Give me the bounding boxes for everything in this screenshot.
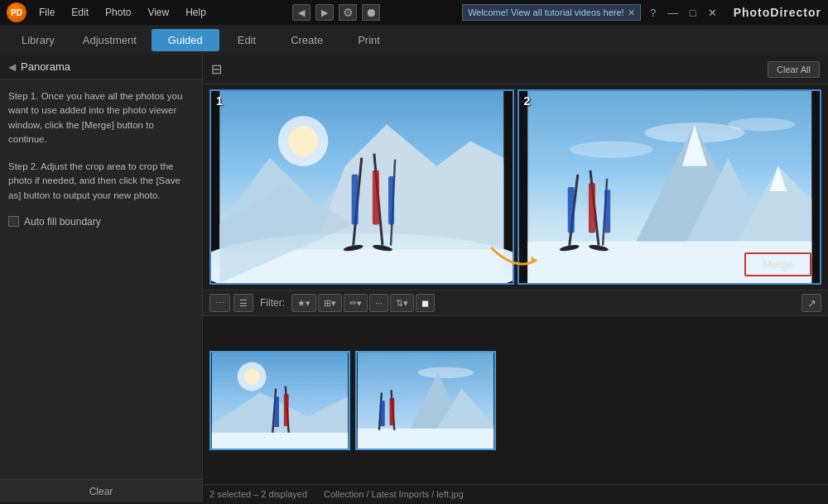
- tab-library[interactable]: Library: [8, 29, 68, 51]
- menu-file[interactable]: File: [35, 5, 59, 20]
- help-button[interactable]: ?: [646, 5, 661, 20]
- right-panel: ⊟ Clear All 1: [203, 55, 828, 502]
- list-icon: ☰: [239, 298, 248, 309]
- tab-adjustment[interactable]: Adjustment: [70, 29, 150, 51]
- filmstrip[interactable]: ✏: [203, 316, 828, 484]
- close-button[interactable]: ✕: [705, 5, 720, 20]
- menu-edit[interactable]: Edit: [67, 5, 93, 20]
- menu-help[interactable]: Help: [181, 5, 210, 20]
- file-path-text: Collection / Latest Imports / left.jpg: [324, 489, 464, 499]
- step2-text: Step 2. Adjust the crop area to crop the…: [8, 160, 194, 203]
- more-filter-icon: ···: [375, 298, 383, 308]
- tab-edit[interactable]: Edit: [221, 29, 272, 51]
- main-layout: ◀ Panorama Step 1. Once you have all the…: [0, 55, 828, 502]
- menu-photo[interactable]: Photo: [101, 5, 135, 20]
- filmstrip-thumb-1[interactable]: ✏: [209, 351, 350, 450]
- photo-slot-1: 1: [209, 89, 514, 285]
- svg-rect-12: [352, 175, 359, 225]
- auto-fill-checkbox[interactable]: [8, 216, 19, 227]
- svg-rect-43: [284, 394, 289, 426]
- svg-rect-39: [212, 432, 348, 448]
- export-button[interactable]: ↗: [802, 294, 821, 312]
- svg-point-18: [728, 118, 795, 131]
- filter-edit-button[interactable]: ✏▾: [344, 294, 368, 312]
- auto-fill-label: Auto fill boundary: [24, 216, 101, 228]
- sort-button[interactable]: ⇅▾: [390, 294, 414, 312]
- photo-number-2: 2: [524, 94, 531, 108]
- color-button[interactable]: ◼: [416, 294, 435, 312]
- svg-rect-42: [274, 396, 279, 427]
- bottom-toolbar: ⋯ ☰ Filter: ★▾ ⊞▾ ✏▾ ··· ⇅▾: [203, 290, 828, 316]
- filter-grid-button[interactable]: ⊞▾: [318, 294, 342, 312]
- app-title: PhotoDirector: [734, 6, 821, 19]
- photo-number-1: 1: [216, 94, 223, 108]
- pencil-icon-1: ✏: [214, 356, 223, 367]
- edit-filter-icon: ✏▾: [349, 298, 362, 309]
- star-filter-icon: ★▾: [297, 298, 310, 309]
- titlebar-center: ◀ ▶ ⚙ ⏺: [292, 4, 380, 21]
- notification-text: Welcome! View all tutorial videos here!: [468, 7, 624, 17]
- svg-rect-33: [604, 190, 610, 233]
- photo-viewer: 1: [203, 84, 828, 290]
- clear-button[interactable]: Clear: [0, 479, 202, 502]
- titlebar-right: Welcome! View all tutorial videos here! …: [462, 4, 821, 21]
- redo-button[interactable]: ▶: [315, 4, 334, 21]
- filmstrip-thumb-2[interactable]: ✏: [355, 351, 496, 450]
- back-arrow-icon[interactable]: ◀: [8, 61, 16, 73]
- minimize-button[interactable]: —: [666, 5, 681, 20]
- left-panel-header: ◀ Panorama: [0, 55, 202, 79]
- settings-button[interactable]: ⚙: [339, 4, 357, 21]
- clear-all-button[interactable]: Clear All: [768, 61, 820, 78]
- svg-rect-31: [567, 187, 574, 233]
- titlebar-left: PD File Edit Photo View Help: [7, 2, 210, 22]
- merge-arrow-container: [483, 243, 549, 276]
- export-icon: ↗: [807, 297, 816, 310]
- notification-close-icon[interactable]: ✕: [628, 7, 635, 18]
- svg-rect-32: [588, 183, 595, 233]
- svg-rect-51: [380, 401, 385, 426]
- menu-view[interactable]: View: [143, 5, 173, 20]
- svg-point-2: [288, 126, 318, 156]
- dots-icon: ⋯: [215, 298, 224, 309]
- nav-bar: Library Adjustment Guided Edit Create Pr…: [0, 25, 828, 55]
- step1-text: Step 1. Once you have all the photos you…: [8, 89, 194, 146]
- grid-filter-icon: ⊞▾: [324, 298, 336, 309]
- filter-label: Filter:: [260, 297, 285, 309]
- tab-guided[interactable]: Guided: [152, 29, 219, 51]
- notification-bar[interactable]: Welcome! View all tutorial videos here! …: [462, 4, 641, 21]
- merge-button[interactable]: Merge: [744, 252, 811, 276]
- filter-star-button[interactable]: ★▾: [291, 294, 316, 312]
- list-view-button[interactable]: ☰: [233, 294, 253, 312]
- svg-rect-52: [390, 398, 395, 425]
- svg-rect-14: [388, 176, 394, 225]
- monitor-icon: ⊟: [211, 61, 222, 77]
- app-logo: PD: [7, 2, 26, 22]
- color-icon: ◼: [421, 298, 429, 309]
- sort-icon: ⇅▾: [396, 298, 408, 309]
- filter-more-button[interactable]: ···: [369, 294, 388, 312]
- right-toolbar: ⊟ Clear All: [203, 55, 828, 84]
- record-button[interactable]: ⏺: [362, 4, 380, 21]
- svg-point-37: [244, 368, 260, 384]
- left-panel: ◀ Panorama Step 1. Once you have all the…: [0, 55, 203, 502]
- auto-fill-row: Auto fill boundary: [8, 216, 194, 228]
- maximize-button[interactable]: □: [686, 5, 700, 20]
- curved-arrow-icon: [483, 243, 549, 276]
- status-bar: 2 selected – 2 displayed Collection / La…: [203, 484, 828, 502]
- pencil-icon-2: ✏: [360, 356, 368, 367]
- dots-view-button[interactable]: ⋯: [209, 294, 230, 312]
- svg-point-19: [569, 142, 652, 158]
- title-bar: PD File Edit Photo View Help ◀ ▶ ⚙ ⏺ Wel…: [0, 0, 828, 25]
- tab-print[interactable]: Print: [341, 29, 397, 51]
- svg-rect-13: [373, 170, 379, 225]
- filter-icons: ★▾ ⊞▾ ✏▾ ··· ⇅▾ ◼: [291, 294, 435, 312]
- undo-button[interactable]: ◀: [292, 4, 310, 21]
- left-panel-content: Step 1. Once you have all the photos you…: [0, 79, 202, 479]
- svg-rect-48: [358, 428, 493, 448]
- svg-point-45: [417, 367, 474, 378]
- tab-create[interactable]: Create: [274, 29, 339, 51]
- selected-count-text: 2 selected – 2 displayed: [209, 489, 307, 499]
- panel-title: Panorama: [21, 60, 70, 73]
